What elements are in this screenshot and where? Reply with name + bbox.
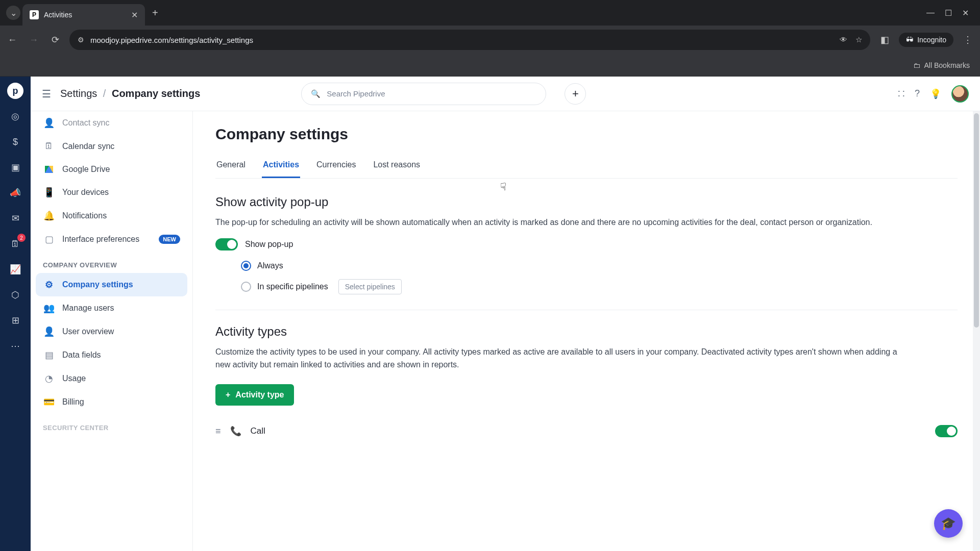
radio-specific[interactable]: [241, 282, 251, 292]
rail-mail-icon[interactable]: ✉: [7, 210, 23, 227]
help-icon[interactable]: ?: [915, 88, 920, 99]
overflow-menu-icon[interactable]: ⋮: [961, 34, 975, 45]
rail-activities-icon[interactable]: 🗓2: [7, 236, 23, 252]
breadcrumb-current: Company settings: [112, 88, 200, 99]
drag-handle-icon[interactable]: ≡: [215, 426, 221, 437]
rail-deals-icon[interactable]: $: [7, 134, 23, 150]
maximize-icon[interactable]: ☐: [945, 8, 952, 18]
url-text: moodjoy.pipedrive.com/settings/activity_…: [90, 36, 834, 44]
sidebar-item-notifications[interactable]: 🔔 Notifications: [36, 204, 187, 228]
breadcrumb-separator: /: [103, 88, 106, 99]
tab-lost-reasons[interactable]: Lost reasons: [372, 155, 421, 178]
search-placeholder: Search Pipedrive: [327, 89, 385, 98]
sidebar-item-manage-users[interactable]: 👥 Manage users: [36, 296, 187, 320]
billing-icon: 💳: [43, 396, 55, 408]
sidebar-item-user-overview[interactable]: 👤 User overview: [36, 320, 187, 343]
address-bar: ← → ⟳ ⚙ moodjoy.pipedrive.com/settings/a…: [0, 26, 980, 54]
sidebar-item-label: Google Drive: [62, 165, 110, 174]
browser-tab[interactable]: P Activities ✕: [22, 4, 145, 26]
sidebar-item-label: Usage: [62, 374, 86, 383]
sidebar-item-usage[interactable]: ◔ Usage: [36, 367, 187, 390]
side-panel-icon[interactable]: ◧: [877, 34, 892, 45]
rail-projects-icon[interactable]: ▣: [7, 159, 23, 176]
sidebar-item-label: Notifications: [62, 211, 107, 220]
sidebar-item-label: Data fields: [62, 350, 101, 360]
radio-specific-row[interactable]: In specific pipelines Select pipelines: [241, 279, 958, 294]
folder-icon: 🗀: [913, 61, 920, 69]
devices-icon: 📱: [43, 187, 55, 198]
tab-currencies[interactable]: Currencies: [315, 155, 357, 178]
rail-marketplace-icon[interactable]: ⊞: [7, 312, 23, 329]
add-activity-type-button[interactable]: + Activity type: [215, 384, 294, 406]
search-input[interactable]: 🔍 Search Pipedrive: [301, 83, 546, 105]
show-popup-toggle-row: Show pop-up: [215, 238, 958, 251]
divider: [215, 310, 958, 310]
incognito-badge[interactable]: 🕶 Incognito: [899, 33, 953, 47]
rail-products-icon[interactable]: ⬡: [7, 287, 23, 303]
all-bookmarks-button[interactable]: 🗀 All Bookmarks: [913, 61, 970, 69]
sidebar-item-company-settings[interactable]: ⚙ Company settings: [36, 273, 187, 296]
cursor-icon: [500, 181, 506, 193]
radio-always-label: Always: [257, 261, 283, 270]
star-icon[interactable]: ☆: [855, 35, 862, 44]
page-title: Company settings: [215, 126, 958, 143]
sidebar-item-interface-preferences[interactable]: ▢ Interface preferences NEW: [36, 228, 187, 251]
select-pipelines-button[interactable]: Select pipelines: [338, 279, 402, 294]
close-icon[interactable]: ✕: [131, 10, 138, 20]
search-icon: 🔍: [311, 89, 321, 98]
tab-title: Activities: [44, 11, 126, 19]
rail-target-icon[interactable]: ◎: [7, 108, 23, 124]
reload-button[interactable]: ⟳: [48, 34, 62, 45]
interface-icon: ▢: [43, 234, 55, 245]
sidebar-item-contact-sync[interactable]: 👤 Contact sync: [36, 111, 187, 135]
forward-button[interactable]: →: [27, 35, 41, 45]
sidebar-item-label: Your devices: [62, 188, 109, 197]
avatar[interactable]: [951, 85, 969, 103]
rail-insights-icon[interactable]: 📈: [7, 261, 23, 278]
tab-activities[interactable]: Activities: [262, 155, 300, 178]
tips-icon[interactable]: 💡: [930, 88, 941, 99]
activity-type-toggle[interactable]: [935, 425, 958, 437]
radio-always[interactable]: [241, 261, 251, 271]
tab-general[interactable]: General: [215, 155, 247, 178]
url-field[interactable]: ⚙ moodjoy.pipedrive.com/settings/activit…: [69, 30, 870, 50]
favicon: P: [30, 10, 39, 19]
scrollbar-track[interactable]: [973, 111, 980, 551]
radio-specific-label: In specific pipelines: [257, 282, 328, 291]
quick-add-button[interactable]: +: [565, 83, 586, 105]
sidebar-item-label: User overview: [62, 327, 114, 336]
close-window-icon[interactable]: ✕: [962, 8, 969, 18]
calendar-sync-icon: 🗓: [43, 141, 55, 152]
rail-more-icon[interactable]: ⋯: [7, 338, 23, 354]
new-tab-button[interactable]: +: [147, 4, 163, 22]
show-popup-toggle-label: Show pop-up: [245, 240, 293, 249]
app-logo[interactable]: p: [7, 83, 23, 99]
help-fab[interactable]: 🎓: [934, 509, 963, 538]
tabs-dropdown-button[interactable]: ⌄: [6, 6, 20, 20]
new-badge: NEW: [159, 235, 180, 244]
rail-campaigns-icon[interactable]: 📣: [7, 185, 23, 201]
tabs: General Activities Currencies Lost reaso…: [215, 155, 958, 179]
minimize-icon[interactable]: —: [926, 8, 935, 18]
section-show-popup-title: Show activity pop-up: [215, 195, 958, 209]
eye-off-icon[interactable]: 👁: [840, 35, 847, 44]
extensions-icon[interactable]: ⸬: [898, 88, 904, 99]
show-popup-toggle[interactable]: [215, 238, 238, 251]
sidebar-item-your-devices[interactable]: 📱 Your devices: [36, 181, 187, 204]
scrollbar-thumb[interactable]: [974, 113, 979, 328]
bell-icon: 🔔: [43, 210, 55, 221]
sidebar-item-billing[interactable]: 💳 Billing: [36, 390, 187, 414]
all-bookmarks-label: All Bookmarks: [924, 61, 970, 69]
radio-always-row[interactable]: Always: [241, 261, 958, 271]
sidebar-item-data-fields[interactable]: ▤ Data fields: [36, 343, 187, 367]
breadcrumb-root[interactable]: Settings: [60, 88, 97, 99]
sidebar-item-google-drive[interactable]: Google Drive: [36, 158, 187, 181]
section-activity-types-title: Activity types: [215, 324, 958, 339]
sidebar-item-calendar-sync[interactable]: 🗓 Calendar sync: [36, 135, 187, 158]
settings-sidebar: 👤 Contact sync 🗓 Calendar sync Google Dr…: [31, 111, 193, 551]
menu-toggle-icon[interactable]: ☰: [42, 88, 51, 100]
gear-icon: ⚙: [43, 279, 55, 290]
section-header-company: COMPANY OVERVIEW: [36, 251, 187, 273]
back-button[interactable]: ←: [5, 35, 19, 45]
site-settings-icon[interactable]: ⚙: [78, 36, 84, 44]
